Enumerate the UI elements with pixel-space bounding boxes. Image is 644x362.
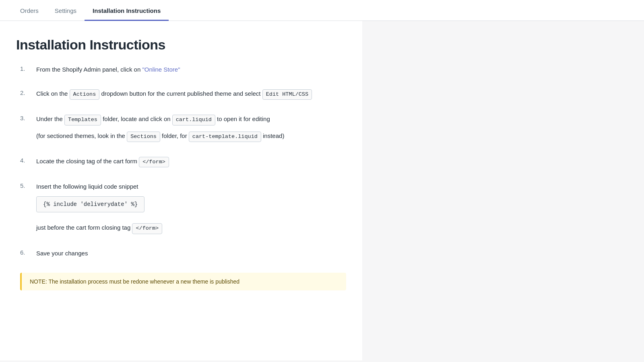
tab-settings[interactable]: Settings xyxy=(47,0,85,21)
tab-bar: Orders Settings Installation Instruction… xyxy=(0,0,644,21)
step-1: 1. From the Shopify Admin panel, click o… xyxy=(20,65,346,74)
step-4-number: 4. xyxy=(20,156,31,164)
step-5-subline: just before the cart form closing tag </… xyxy=(36,223,346,234)
step-3-content: Under the Templates folder, locate and c… xyxy=(36,114,346,142)
step-3-code1: Templates xyxy=(64,115,101,125)
step-5-subline-code1: </form> xyxy=(132,223,162,234)
step-1-text-before: From the Shopify Admin panel, click on xyxy=(36,66,142,73)
step-6: 6. Save your changes xyxy=(20,249,346,258)
step-3-subline-after: instead) xyxy=(261,132,285,139)
step-5-code-block: {% include 'deliverydate' %} xyxy=(36,196,144,212)
tab-orders[interactable]: Orders xyxy=(12,0,47,21)
tab-installation[interactable]: Installation Instructions xyxy=(85,0,169,21)
main-content: Installation Instructions 1. From the Sh… xyxy=(0,21,362,360)
step-3-subline-code2: cart-template.liquid xyxy=(189,132,261,142)
step-2-number: 2. xyxy=(20,89,31,96)
step-4-text-before: Locate the closing tag of the cart form xyxy=(36,158,139,165)
step-1-number: 1. xyxy=(20,65,31,72)
step-2: 2. Click on the Actions dropdown button … xyxy=(20,89,346,100)
step-3-number: 3. xyxy=(20,114,31,121)
step-6-content: Save your changes xyxy=(36,249,346,258)
step-3-text-before: Under the xyxy=(36,115,64,122)
step-5-number: 5. xyxy=(20,182,31,189)
step-5-content: Insert the following liquid code snippet… xyxy=(36,182,346,234)
step-4-code1: </form> xyxy=(139,157,169,167)
step-4: 4. Locate the closing tag of the cart fo… xyxy=(20,156,346,167)
step-3-text-after: to open it for editing xyxy=(215,115,270,122)
step-2-code1: Actions xyxy=(70,89,100,100)
step-1-link[interactable]: "Online Store" xyxy=(142,66,180,73)
step-6-text: Save your changes xyxy=(36,250,88,257)
page-title: Installation Instructions xyxy=(16,37,346,53)
step-2-text-before: Click on the xyxy=(36,90,70,97)
step-1-content: From the Shopify Admin panel, click on "… xyxy=(36,65,346,74)
step-3-subline-before: (for sectioned themes, look in the xyxy=(36,132,127,139)
step-5-text-before: Insert the following liquid code snippet xyxy=(36,183,138,190)
step-6-number: 6. xyxy=(20,249,31,256)
step-3-code2: cart.liquid xyxy=(172,115,215,125)
step-2-text-middle: dropdown button for the current publishe… xyxy=(99,90,262,97)
step-2-code2: Edit HTML/CSS xyxy=(262,89,312,100)
note-text: NOTE: The installation process must be r… xyxy=(30,278,239,285)
note-box: NOTE: The installation process must be r… xyxy=(20,273,346,290)
step-3-text-middle: folder, locate and click on xyxy=(101,115,172,122)
step-2-content: Click on the Actions dropdown button for… xyxy=(36,89,346,100)
step-4-content: Locate the closing tag of the cart form … xyxy=(36,156,346,167)
instructions-container: 1. From the Shopify Admin panel, click o… xyxy=(16,65,346,290)
step-3-subline: (for sectioned themes, look in the Secti… xyxy=(36,131,346,142)
step-3: 3. Under the Templates folder, locate an… xyxy=(20,114,346,142)
step-3-subline-middle: folder, for xyxy=(160,132,189,139)
step-5-subline-before: just before the cart form closing tag xyxy=(36,224,132,231)
step-3-subline-code1: Sections xyxy=(127,132,160,142)
step-5: 5. Insert the following liquid code snip… xyxy=(20,182,346,234)
